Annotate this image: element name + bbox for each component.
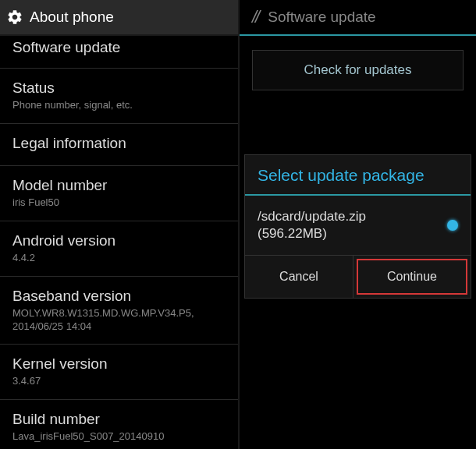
list-item[interactable]: Status Phone number, signal, etc. [0,69,238,124]
item-sub: MOLY.WR8.W1315.MD.WG.MP.V34.P5, 2014/06/… [12,307,226,334]
continue-button[interactable]: Continue [357,259,467,295]
item-title: Kernel version [12,355,226,373]
item-title: Android version [12,232,226,249]
package-path: /sdcard/update.zip [258,208,366,225]
about-phone-pane: About phone Software update Status Phone… [0,0,238,449]
right-title: Software update [268,9,375,26]
continue-label: Continue [387,270,437,284]
list-item[interactable]: Kernel version 3.4.67 [0,345,238,400]
item-title: Build number [12,411,226,428]
check-updates-label: Check for updates [304,62,412,78]
item-sub: 3.4.67 [12,375,226,388]
dialog-title: Select update package [258,166,458,185]
radio-selected-icon[interactable] [447,220,458,231]
check-updates-button[interactable]: Check for updates [252,50,464,90]
list-item[interactable]: Build number Lava_irisFuel50_S007_201409… [0,400,238,449]
item-sub: iris Fuel50 [12,196,226,210]
select-package-dialog: Select update package /sdcard/update.zip… [244,154,471,299]
list-item[interactable]: Baseband version MOLY.WR8.W1315.MD.WG.MP… [0,277,238,345]
dialog-header: Select update package [245,155,471,196]
software-update-pane: // Software update Check for updates Sel… [238,0,476,449]
item-title: Baseband version [12,288,226,305]
item-title: Software update [12,39,226,56]
list-item[interactable]: Android version 4.4.2 [0,221,238,277]
left-header: About phone [0,0,238,36]
dialog-buttons: Cancel Continue [245,256,471,298]
item-sub: Phone number, signal, etc. [12,99,226,112]
item-title: Model number [12,177,226,194]
item-title: Status [12,80,226,97]
right-header: // Software update [240,0,476,36]
list-item[interactable]: Software update [0,36,238,69]
gear-icon [6,9,23,26]
cancel-label: Cancel [279,270,318,284]
package-info: /sdcard/update.zip (596.22MB) [258,208,366,242]
item-sub: 4.4.2 [12,252,226,265]
item-title: Legal information [12,135,226,152]
dialog-body[interactable]: /sdcard/update.zip (596.22MB) [245,196,471,256]
settings-list: Software update Status Phone number, sig… [0,36,238,449]
page-title: About phone [30,9,114,26]
list-item[interactable]: Legal information [0,124,238,166]
cancel-button[interactable]: Cancel [245,256,353,298]
list-item[interactable]: Model number iris Fuel50 [0,166,238,221]
update-icon: // [252,7,258,27]
package-size: (596.22MB) [258,225,366,242]
item-sub: Lava_irisFuel50_S007_20140910 [12,430,226,444]
